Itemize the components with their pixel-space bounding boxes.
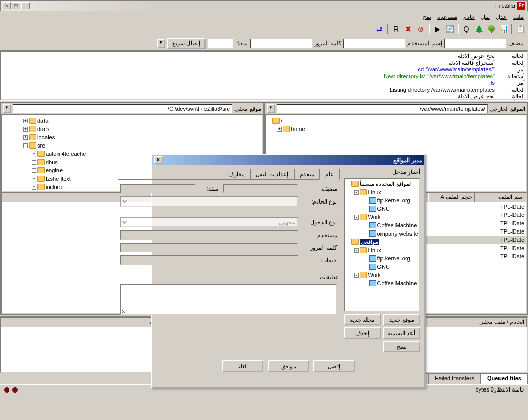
tree-node[interactable]: -/ bbox=[267, 117, 525, 125]
site-tree-node[interactable]: Coffee Machine bbox=[346, 279, 419, 287]
tab-charset[interactable]: محارف bbox=[223, 169, 251, 179]
titlebar: Fz FileZilla _ □ × bbox=[0, 0, 528, 11]
tab-general[interactable]: عام bbox=[319, 169, 340, 180]
app-logo: Fz bbox=[517, 2, 525, 10]
menu-transfer[interactable]: نقل bbox=[481, 13, 490, 20]
toggle-queue-icon[interactable]: Q bbox=[461, 23, 472, 35]
tree-node[interactable]: +data bbox=[3, 117, 261, 125]
dlg-servertype-select bbox=[120, 196, 298, 207]
new-site-button[interactable]: موقع جديد bbox=[383, 314, 420, 325]
dialog-close-button[interactable]: × bbox=[154, 156, 163, 164]
user-input[interactable] bbox=[343, 39, 405, 48]
site-tree-node[interactable]: ompany website bbox=[346, 229, 419, 238]
tab-failed[interactable]: Failed transfers bbox=[428, 373, 481, 384]
toggle-remote-tree-icon[interactable]: 🌲 bbox=[473, 23, 485, 35]
connect-button[interactable]: إتصل bbox=[313, 360, 355, 372]
dlg-comments-label: تعليقات bbox=[301, 274, 338, 281]
cancel-button[interactable]: الغاء bbox=[222, 360, 263, 372]
menu-file[interactable]: ملف bbox=[513, 13, 524, 20]
site-tree-node[interactable]: -Linux bbox=[346, 246, 419, 254]
filter-icon[interactable]: ⇄ bbox=[374, 23, 385, 35]
dlg-host-label: مضيف bbox=[301, 185, 338, 192]
quickconnect-dropdown[interactable]: ▼ bbox=[157, 39, 165, 48]
quickconnect-bar: مضيف إسم المستخدم كلمة المرور منفذ: إتصا… bbox=[0, 36, 528, 51]
site-tree-node[interactable]: -مواقعي bbox=[346, 238, 419, 246]
column-header[interactable]: اسم الملف bbox=[475, 193, 526, 202]
new-folder-button[interactable]: مجلد جديد bbox=[344, 314, 381, 325]
close-button[interactable]: × bbox=[3, 2, 11, 9]
reconnect-icon[interactable]: R bbox=[390, 23, 402, 35]
tree-node[interactable]: -src bbox=[3, 141, 261, 150]
site-manager-dialog: مدير المواقع × أختيار مدخل -المواقع المح… bbox=[151, 154, 426, 388]
local-path-dropdown[interactable]: ▼ bbox=[3, 104, 11, 113]
dlg-logontype-select: مجهول bbox=[120, 217, 298, 227]
rename-button[interactable]: أعد التسمية bbox=[383, 327, 420, 339]
menu-help[interactable]: مساعدة bbox=[437, 13, 457, 20]
toggle-tree-icon[interactable]: 🌳 bbox=[486, 23, 497, 35]
tree-node[interactable]: +docs bbox=[3, 125, 261, 133]
copy-button[interactable]: نسخ bbox=[383, 341, 420, 352]
dialog-titlebar[interactable]: مدير المواقع × bbox=[152, 155, 424, 165]
host-label: مضيف bbox=[508, 40, 524, 47]
port-input[interactable] bbox=[208, 39, 233, 48]
pass-input[interactable] bbox=[250, 39, 312, 48]
dlg-port-label: منفذ: bbox=[199, 185, 219, 192]
log-pane[interactable]: الحالة:نجح عرض الادلةالحالة:أستخراج قائم… bbox=[0, 51, 528, 100]
process-queue-icon[interactable]: ▶ bbox=[432, 23, 443, 35]
transfer-col-file[interactable]: الخادم / ملف محلي bbox=[423, 318, 527, 327]
remote-path-label: الموقع الخارجي bbox=[490, 106, 525, 112]
remote-path-dropdown[interactable]: ▼ bbox=[267, 104, 275, 113]
site-tree-node[interactable]: GNU bbox=[346, 263, 419, 271]
remote-path-input[interactable] bbox=[277, 104, 488, 113]
dlg-host-input bbox=[223, 184, 298, 193]
dialog-tabs: عام متقدم إعدادات النقل محارف bbox=[118, 169, 340, 180]
site-tree-node[interactable]: -المواقع المحددة مسبقاً bbox=[346, 180, 419, 188]
site-tree-node[interactable]: -Work bbox=[346, 213, 419, 221]
local-path-label: موقع محلي bbox=[234, 106, 261, 112]
app-title: FileZilla bbox=[495, 3, 515, 9]
sitemanager-icon[interactable]: 📋 bbox=[515, 23, 526, 35]
toolbar: 📋 📊 🌳 🌲 Q 🔄 ▶ ⊘ ✖ R ⇄ bbox=[0, 22, 528, 36]
dialog-title: مدير المواقع bbox=[393, 157, 422, 164]
status-indicator-icon bbox=[4, 387, 9, 393]
refresh-icon[interactable]: 🔄 bbox=[444, 23, 456, 35]
tree-node[interactable]: +home bbox=[267, 125, 525, 133]
maximize-button[interactable]: □ bbox=[12, 2, 20, 9]
local-path-input[interactable] bbox=[13, 104, 232, 113]
dlg-comments-textarea bbox=[120, 284, 338, 315]
dlg-servertype-label: نوع الخادم: bbox=[301, 198, 338, 205]
cancel-icon[interactable]: ⊘ bbox=[415, 23, 427, 35]
dlg-account-label: حساب: bbox=[301, 257, 338, 264]
sites-tree[interactable]: -المواقع المحددة مسبقاً-Linuxftp.kernel.… bbox=[344, 178, 421, 312]
queue-status: bytes 0قائمة الانتظار bbox=[475, 386, 524, 393]
ok-button[interactable]: موافق bbox=[268, 360, 309, 372]
minimize-button[interactable]: _ bbox=[21, 2, 30, 9]
site-tree-node[interactable]: ftp.kernel.org bbox=[346, 254, 419, 263]
pass-label: كلمة المرور bbox=[314, 40, 341, 47]
quickconnect-button[interactable]: إتصال سريع bbox=[167, 38, 206, 49]
host-input[interactable] bbox=[444, 39, 506, 48]
dlg-pass-input bbox=[120, 243, 298, 252]
status-indicator-icon bbox=[12, 387, 18, 393]
dlg-user-input bbox=[120, 230, 298, 240]
menu-edit[interactable]: عدل bbox=[496, 13, 507, 20]
delete-button[interactable]: إحذف bbox=[344, 327, 381, 339]
site-tree-node[interactable]: ftp.kernel.org bbox=[346, 196, 419, 205]
site-tree-node[interactable]: -Work bbox=[346, 271, 419, 279]
menubar: ملف عدل نقل خادم مساعدة نقح bbox=[0, 11, 528, 22]
menu-debug[interactable]: نقح bbox=[423, 13, 431, 20]
tab-queued[interactable]: Queued files bbox=[480, 373, 528, 384]
site-tree-node[interactable]: -Linux bbox=[346, 188, 419, 196]
tab-transfer[interactable]: إعدادات النقل bbox=[250, 169, 294, 179]
toggle-log-icon[interactable]: 📊 bbox=[498, 23, 509, 35]
site-tree-node[interactable]: GNU bbox=[346, 205, 419, 213]
dlg-pass-label: كلمة المرور bbox=[301, 244, 338, 251]
dlg-port-input bbox=[120, 184, 196, 193]
menu-server[interactable]: خادم bbox=[463, 13, 475, 20]
column-header[interactable]: حجم الملف A bbox=[428, 193, 475, 202]
tab-advanced[interactable]: متقدم bbox=[294, 169, 320, 179]
dlg-user-label: مستخدم bbox=[301, 232, 338, 239]
tree-node[interactable]: +locales bbox=[3, 133, 261, 141]
site-tree-node[interactable]: Coffee Machine bbox=[346, 221, 419, 229]
disconnect-icon[interactable]: ✖ bbox=[403, 23, 414, 35]
